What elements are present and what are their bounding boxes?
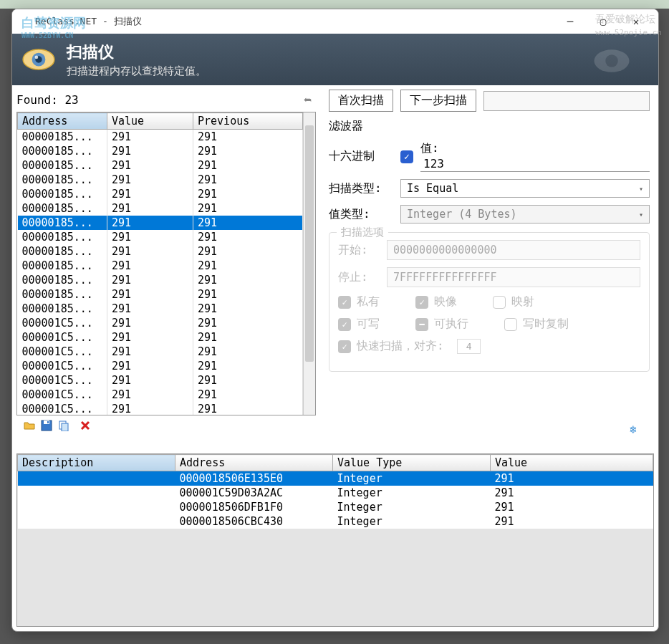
col-vtype[interactable]: Value Type [333,455,491,471]
writable-checkbox[interactable]: ✓ [338,318,351,331]
fastscan-checkbox[interactable]: ✓ [338,340,351,353]
header-eye-bg-icon [579,41,644,81]
open-icon[interactable] [22,418,37,433]
chevron-down-icon: ▾ [639,211,643,218]
delete-icon[interactable] [78,418,92,433]
table-row[interactable]: 00000185...291291 [18,302,303,316]
svg-point-4 [35,56,39,59]
fastscan-label: 快速扫描，对齐: [357,339,444,354]
svg-rect-11 [62,423,68,431]
table-row[interactable]: 00000185...291291 [18,287,303,302]
writable-label: 可写 [357,317,380,332]
options-legend: 扫描选项 [337,226,388,239]
table-row[interactable]: 000001C5...291291 [18,345,303,359]
table-row[interactable]: 00000185...291291 [18,201,303,216]
table-row[interactable]: 00000185...291291 [18,158,303,173]
mapped-label: 映射 [511,294,534,309]
valuetype-select[interactable]: Integer (4 Bytes) ▾ [400,205,650,224]
next-scan-button[interactable]: 下一步扫描 [400,90,476,112]
first-scan-button[interactable]: 首次扫描 [329,90,393,112]
svg-point-6 [605,54,618,67]
col-value[interactable]: Value [107,113,193,130]
titlebar[interactable]: ReClass.NET - 扫描仪 ─ ▢ ✕ [12,9,658,34]
private-checkbox[interactable]: ✓ [338,296,351,309]
cow-label: 写时复制 [523,317,569,332]
header-subtitle: 扫描进程内存以查找特定值。 [67,64,206,78]
save-icon[interactable] [39,418,54,433]
table-row[interactable]: 0000018506DFB1F0Integer291 [18,500,653,514]
col-address[interactable]: Address [18,113,107,130]
undo-icon[interactable]: ➦ [304,92,312,107]
mapped-checkbox [493,296,506,309]
value-label: 值: [420,141,650,156]
chevron-down-icon: ▾ [639,185,643,193]
stop-input[interactable] [387,267,640,287]
col-previous[interactable]: Previous [193,113,303,130]
col-address2[interactable]: Address [175,455,333,471]
table-row[interactable]: 00000185...291291 [18,230,303,244]
found-count-label: Found: 23 [16,93,79,107]
image-checkbox[interactable]: ✓ [415,296,428,309]
header-band: 扫描仪 扫描进程内存以查找特定值。 [12,34,658,85]
executable-checkbox[interactable]: ━ [415,318,428,331]
scantype-label: 扫描类型: [329,181,393,196]
stop-label: 停止: [338,270,374,285]
results-scrollbar[interactable] [303,112,315,415]
window-title: ReClass.NET - 扫描仪 [18,15,554,28]
watermark-logo: 白莺资源网WWW.52BYW.CN [21,14,86,39]
hex-label: 十六进制 [329,149,393,164]
hex-checkbox[interactable]: ✓ [400,150,413,163]
valuetype-value: Integer (4 Bytes) [407,208,517,221]
table-row[interactable]: 000001C5...291291 [18,388,303,402]
value-input[interactable] [420,156,650,172]
table-row[interactable]: 00000185...291291 [18,187,303,201]
scantype-value: Is Equal [407,182,458,195]
header-title: 扫描仪 [67,42,206,63]
results-toolbar [16,415,316,436]
table-row[interactable]: 00000185...291291 [18,259,303,273]
copy-icon[interactable] [57,418,71,433]
table-row[interactable]: 000001C59D03A2ACInteger291 [18,486,653,500]
table-row[interactable]: 000001C5...291291 [18,359,303,373]
svg-rect-9 [47,421,49,423]
start-input[interactable] [387,240,640,260]
snowflake-icon[interactable]: ❄ [630,423,637,436]
col-value2[interactable]: Value [491,455,653,471]
table-row[interactable]: 00000185...291291 [18,144,303,158]
scanner-eye-icon [21,42,57,77]
table-row[interactable]: 000001C5...291291 [18,373,303,388]
table-row[interactable]: 00000185...291291 [18,216,303,230]
scanner-window: ReClass.NET - 扫描仪 ─ ▢ ✕ 扫描仪 扫描进程内存以查找特定值… [11,9,659,632]
saved-addresses-table[interactable]: Description Address Value Type Value 000… [17,454,653,529]
table-row[interactable]: 000001C5...291291 [18,402,303,415]
image-label: 映像 [434,294,457,309]
executable-label: 可执行 [434,317,468,332]
minimize-button[interactable]: ─ [554,11,587,32]
cow-checkbox[interactable] [504,318,517,331]
align-input[interactable]: 4 [457,339,481,354]
scan-options-group: 扫描选项 开始: 停止: ✓私有 ✓映像 映射 ✓可写 ━可执行 写时 [329,232,650,372]
col-description[interactable]: Description [18,455,175,471]
table-row[interactable]: 00000185...291291 [18,273,303,287]
private-label: 私有 [357,294,380,309]
watermark-forum: 吾爱破解论坛www.52pojie.cn [595,13,662,37]
table-row[interactable]: 00000185...291291 [18,173,303,187]
results-table[interactable]: Address Value Previous 00000185...291291… [17,112,303,415]
filter-heading: 滤波器 [329,119,650,134]
start-label: 开始: [338,243,374,258]
table-row[interactable]: 000001C5...291291 [18,330,303,345]
table-row[interactable]: 0000018506CBC430Integer291 [18,514,653,529]
table-row[interactable]: 0000018506E135E0Integer291 [18,471,653,486]
table-row[interactable]: 00000185...291291 [18,130,303,145]
scantype-select[interactable]: Is Equal ▾ [400,179,650,198]
scan-extra-input[interactable] [483,91,650,111]
table-row[interactable]: 000001C5...291291 [18,316,303,330]
valuetype-label: 值类型: [329,207,393,222]
table-row[interactable]: 00000185...291291 [18,244,303,259]
